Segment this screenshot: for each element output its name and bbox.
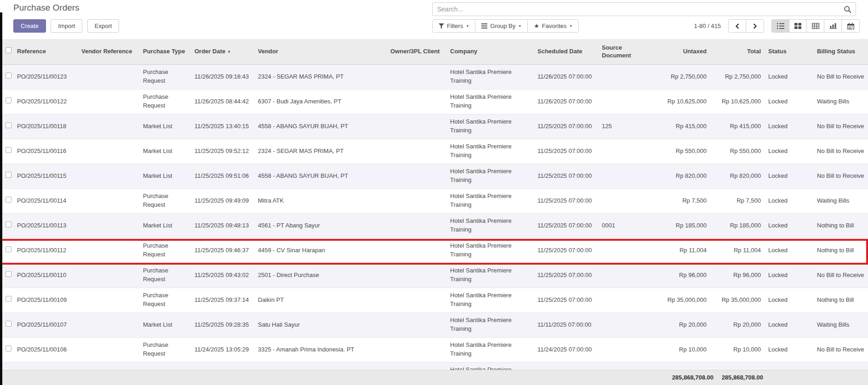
column-header-vendor-reference[interactable]: Vendor Reference <box>78 39 139 64</box>
table-row[interactable]: PO/2025/11/00122Purchase Request11/26/20… <box>2 89 868 114</box>
bars-icon <box>481 23 487 28</box>
cell-vendor: 3325 - Amanah Prima Indonesia. PT <box>254 337 387 362</box>
column-header-reference[interactable]: Reference <box>13 39 78 64</box>
cell-purchase-type: Market List <box>139 213 191 238</box>
row-checkbox[interactable] <box>6 296 11 302</box>
cell-untaxed: Rp 550,000 <box>652 139 710 164</box>
table-row[interactable]: PO/2025/11/00110Purchase Request11/25/20… <box>2 263 868 288</box>
cell-status: Locked <box>765 139 813 164</box>
column-header-source-document[interactable]: Source Document <box>598 39 652 64</box>
table-row[interactable]: PO/2025/11/00109Purchase Request11/25/20… <box>2 288 868 312</box>
funnel-icon <box>439 23 444 29</box>
cell-reference: PO/2025/11/00109 <box>13 288 78 312</box>
graph-view-button[interactable] <box>824 20 842 32</box>
cell-status: Locked <box>765 89 813 114</box>
favorites-button[interactable]: ★ Favorites ▼ <box>528 20 578 32</box>
column-header-scheduled-date[interactable]: Scheduled Date <box>534 39 598 64</box>
cell-purchase-type: Purchase Request <box>139 188 191 213</box>
filters-button[interactable]: Filters ▼ <box>433 20 475 32</box>
cell-order-date: 11/24/2025 13:05:29 <box>191 337 254 362</box>
cell-owner <box>387 238 446 263</box>
cell-company: Hotel Santika Premiere Training <box>446 188 534 213</box>
row-checkbox[interactable] <box>6 97 11 103</box>
column-header-total[interactable]: Total <box>710 39 765 64</box>
row-checkbox[interactable] <box>6 345 11 351</box>
row-checkbox[interactable] <box>6 221 11 227</box>
pager-and-views: 1-80 / 415 <box>694 19 860 33</box>
totals-footer: 285,868,708.00 285,868,708.00 <box>0 370 868 385</box>
cell-billing-status: No Bill to Receive <box>813 263 868 288</box>
table-row[interactable]: PO/2025/11/00115Market List11/25/2025 09… <box>2 164 868 188</box>
table-row[interactable]: PO/2025/11/00116Market List11/25/2025 09… <box>2 139 868 164</box>
column-header-vendor[interactable]: Vendor <box>254 39 387 64</box>
cell-untaxed: Rp 11,004 <box>652 238 710 263</box>
column-header-owner[interactable]: Owner/3PL Client <box>387 39 446 64</box>
pager-next-button[interactable] <box>746 20 764 32</box>
cell-untaxed: Rp 820,000 <box>652 164 710 188</box>
pager-previous-button[interactable] <box>729 20 746 32</box>
cell-order-date: 11/26/2025 08:44:42 <box>191 89 254 114</box>
cell-total: Rp 10,625,000 <box>710 89 765 114</box>
cell-vendor-reference <box>78 312 139 337</box>
column-header-purchase-type[interactable]: Purchase Type <box>139 39 191 64</box>
star-icon: ★ <box>534 23 539 29</box>
cell-vendor: Mitra ATK <box>254 188 387 213</box>
row-checkbox[interactable] <box>6 321 11 327</box>
select-all-checkbox[interactable] <box>6 47 11 53</box>
pager-range[interactable]: 1-80 / 415 <box>694 23 721 29</box>
column-header-untaxed[interactable]: Untaxed <box>652 39 710 64</box>
cell-owner <box>387 114 446 139</box>
row-checkbox[interactable] <box>6 197 11 203</box>
row-checkbox-cell <box>2 337 13 362</box>
cell-status: Locked <box>765 164 813 188</box>
list-view-button[interactable] <box>772 20 789 32</box>
cell-vendor-reference <box>78 114 139 139</box>
pivot-view-button[interactable] <box>807 20 824 32</box>
table-row[interactable]: PO/2025/11/00123Purchase Request11/26/20… <box>2 64 868 89</box>
action-buttons: Create Import Export <box>13 19 122 33</box>
row-checkbox[interactable] <box>6 122 11 128</box>
calendar-view-button[interactable] <box>842 20 859 32</box>
table-row[interactable]: PO/2025/11/00118Market List11/25/2025 13… <box>2 114 868 139</box>
cell-total: Rp 35,000,000 <box>710 288 765 312</box>
export-button[interactable]: Export <box>87 19 120 33</box>
cell-vendor: 2324 - SEGAR MAS PRIMA, PT <box>254 139 387 164</box>
row-checkbox-cell <box>2 188 13 213</box>
cell-untaxed: Rp 20,000 <box>652 312 710 337</box>
table-row[interactable]: PO/2025/11/00112Purchase Request11/25/20… <box>2 238 868 263</box>
row-checkbox[interactable] <box>6 73 11 79</box>
table-row[interactable]: PO/2025/11/00107Market List11/25/2025 09… <box>2 312 868 337</box>
cell-reference: PO/2025/11/00116 <box>13 139 78 164</box>
graph-view-icon <box>829 23 837 29</box>
create-button[interactable]: Create <box>13 19 46 33</box>
cell-billing-status: Nothing to Bill <box>813 288 868 312</box>
cell-owner <box>387 288 446 312</box>
cell-scheduled-date: 11/25/2025 07:00:00 <box>534 263 598 288</box>
column-header-order-date[interactable]: Order Date▲ <box>191 39 254 64</box>
cell-vendor: Daikin PT <box>254 288 387 312</box>
import-button[interactable]: Import <box>51 19 82 33</box>
row-checkbox[interactable] <box>6 147 11 153</box>
group-by-label: Group By <box>490 23 515 29</box>
cell-purchase-type: Purchase Request <box>139 263 191 288</box>
cell-owner <box>387 312 446 337</box>
table-row[interactable]: PO/2025/11/00114Purchase Request11/25/20… <box>2 188 868 213</box>
search-icon[interactable] <box>844 6 852 14</box>
kanban-view-button[interactable] <box>789 20 807 32</box>
cell-scheduled-date: 11/26/2025 07:00:00 <box>534 89 598 114</box>
row-checkbox[interactable] <box>6 271 11 277</box>
row-checkbox[interactable] <box>6 172 11 178</box>
column-header-status[interactable]: Status <box>765 39 813 64</box>
search-input[interactable] <box>433 3 837 16</box>
column-header-billing-status[interactable]: Billing Status <box>813 39 868 64</box>
table-row[interactable]: PO/2025/11/00106Purchase Request11/24/20… <box>2 337 868 362</box>
cell-source-document: 0001 <box>598 213 652 238</box>
table-row[interactable]: PO/2025/11/00113Market List11/25/2025 09… <box>2 213 868 238</box>
row-checkbox[interactable] <box>6 246 11 252</box>
cell-order-date: 11/26/2025 09:16:43 <box>191 64 254 89</box>
cell-source-document: 125 <box>598 114 652 139</box>
column-header-company[interactable]: Company <box>446 39 534 64</box>
cell-purchase-type: Purchase Request <box>139 337 191 362</box>
cell-source-document <box>598 263 652 288</box>
group-by-button[interactable]: Group By ▼ <box>475 20 528 32</box>
